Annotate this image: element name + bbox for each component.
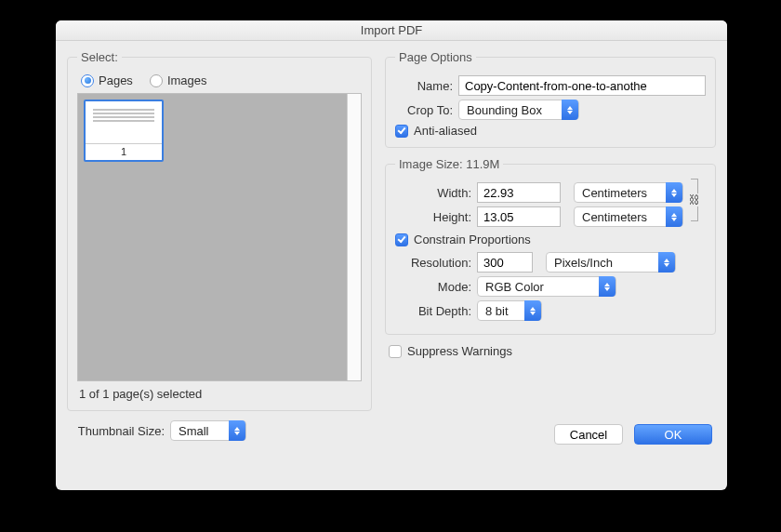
radio-images-label: Images	[167, 73, 207, 87]
stepper-arrows-icon	[666, 182, 682, 203]
crop-to-value: Bounding Box	[459, 103, 562, 117]
width-input[interactable]	[477, 182, 561, 203]
height-unit-select[interactable]: Centimeters	[574, 206, 683, 227]
select-legend: Select:	[77, 50, 122, 64]
name-input[interactable]	[458, 75, 706, 96]
page-thumbnail-image	[86, 101, 162, 144]
radio-pages[interactable]: Pages	[81, 73, 133, 87]
import-pdf-dialog: Import PDF Select: Pages Images	[56, 20, 727, 490]
resolution-unit-select[interactable]: Pixels/Inch	[546, 252, 676, 273]
height-input[interactable]	[477, 206, 561, 227]
width-unit-value: Centimeters	[575, 186, 666, 200]
stepper-arrows-icon	[524, 300, 541, 321]
radio-dot-icon	[150, 74, 163, 87]
mode-label: Mode:	[395, 280, 471, 294]
constrain-proportions-checkbox[interactable]: Constrain Proportions	[395, 233, 706, 246]
resolution-unit-value: Pixels/Inch	[547, 256, 658, 270]
radio-pages-label: Pages	[99, 73, 133, 87]
thumbnail-size-select[interactable]: Small	[170, 420, 246, 441]
stepper-arrows-icon	[658, 252, 675, 273]
link-chain-icon: ⛓	[689, 193, 700, 206]
anti-aliased-label: Anti-aliased	[414, 124, 477, 138]
ok-button[interactable]: OK	[634, 424, 712, 445]
thumbnail-scrollbar[interactable]	[347, 94, 361, 380]
height-unit-value: Centimeters	[575, 210, 666, 224]
checkbox-icon	[395, 125, 408, 138]
radio-images[interactable]: Images	[150, 73, 207, 87]
suppress-warnings-label: Suppress Warnings	[407, 344, 512, 358]
page-thumbnail[interactable]: 1	[84, 100, 164, 162]
name-label: Name:	[395, 79, 453, 93]
stepper-arrows-icon	[562, 100, 578, 120]
anti-aliased-checkbox[interactable]: Anti-aliased	[395, 124, 706, 138]
width-unit-select[interactable]: Centimeters	[574, 182, 683, 203]
select-group: Select: Pages Images 1	[67, 50, 372, 411]
checkbox-icon	[389, 345, 402, 358]
cancel-button[interactable]: Cancel	[554, 424, 623, 445]
suppress-warnings-checkbox[interactable]: Suppress Warnings	[389, 344, 716, 358]
radio-dot-icon	[81, 74, 94, 87]
thumbnail-list: 1	[77, 93, 362, 381]
mode-select[interactable]: RGB Color	[477, 276, 616, 297]
page-options-group: Page Options Name: Crop To: Bounding Box…	[385, 50, 716, 148]
stepper-arrows-icon	[666, 206, 682, 227]
dialog-title: Import PDF	[56, 20, 727, 41]
width-label: Width:	[395, 186, 471, 200]
pages-selected-status: 1 of 1 page(s) selected	[77, 381, 362, 403]
thumbnail-size-value: Small	[171, 424, 229, 438]
crop-to-select[interactable]: Bounding Box	[458, 100, 579, 120]
stepper-arrows-icon	[599, 276, 616, 297]
thumbnail-size-label: Thumbnail Size:	[67, 424, 165, 438]
bit-depth-value: 8 bit	[478, 304, 524, 318]
checkbox-icon	[395, 233, 408, 246]
constrain-proportions-label: Constrain Proportions	[414, 233, 531, 246]
height-label: Height:	[395, 210, 471, 224]
crop-to-label: Crop To:	[395, 103, 453, 117]
image-size-legend: Image Size: 11.9M	[395, 157, 503, 171]
stepper-arrows-icon	[229, 420, 245, 441]
bit-depth-select[interactable]: 8 bit	[477, 300, 542, 321]
page-thumbnail-number: 1	[86, 144, 162, 160]
bit-depth-label: Bit Depth:	[395, 304, 471, 318]
mode-value: RGB Color	[478, 280, 599, 294]
image-size-group: Image Size: 11.9M Width: Centimeters	[385, 157, 716, 335]
resolution-input[interactable]	[477, 252, 533, 273]
resolution-label: Resolution:	[395, 256, 471, 270]
link-dimensions-toggle[interactable]: ⛓	[683, 179, 706, 231]
page-options-legend: Page Options	[395, 50, 476, 64]
